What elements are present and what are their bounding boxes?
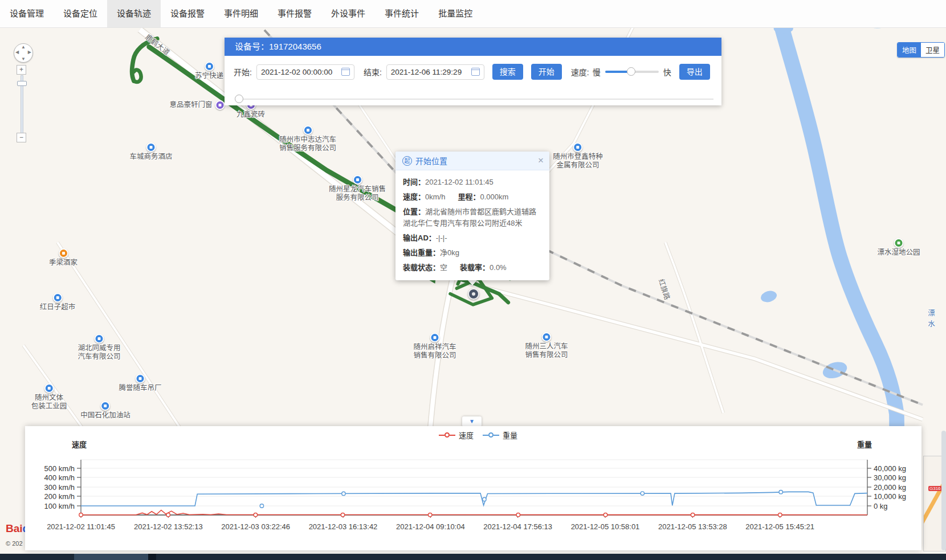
nav-item-批量监控[interactable]: 批量监控 — [429, 0, 482, 27]
scrollbar[interactable] — [941, 431, 946, 550]
poi-dengxin-metal-icon — [573, 142, 582, 152]
svg-text:2021-12-02 13:52:13: 2021-12-02 13:52:13 — [134, 522, 203, 531]
nav-item-外设事件[interactable]: 外设事件 — [321, 0, 375, 27]
svg-text:10,000 kg: 10,000 kg — [874, 492, 906, 501]
fast-label: 快 — [663, 66, 671, 77]
poi-tengyu-crane: 腾誉随车吊厂 — [119, 374, 161, 393]
svg-text:100 km/h: 100 km/h — [44, 502, 75, 510]
load-state-label: 装载状态： — [403, 263, 440, 272]
svg-text:500 km/h: 500 km/h — [44, 464, 75, 473]
poi-xinglong-auto-label: 随州星龙汽车销售 服务有限公司 — [329, 185, 386, 202]
svg-text:2021-12-05 15:45:21: 2021-12-05 15:45:21 — [745, 522, 814, 531]
playback-progress — [235, 95, 713, 104]
poi-hongrizi-market: 红日子超市 — [40, 293, 76, 312]
speed-label: 速度: — [571, 66, 589, 77]
popup-header: 起 开始位置 × — [395, 152, 549, 170]
legend-weight[interactable]: 重量 — [483, 430, 517, 440]
speed-value: 0km/h — [425, 193, 445, 201]
svg-text:300 km/h: 300 km/h — [44, 483, 75, 492]
device-panel: 设备号：19172043656 开始: 2021-12-02 00:00:00 … — [225, 38, 721, 105]
mileage-value: 0.000km — [480, 193, 508, 201]
zoom-in-button[interactable]: + — [17, 65, 26, 75]
poi-wetland-park: 漂水湿地公园 — [877, 238, 920, 257]
poi-wetland-park-icon — [894, 238, 903, 248]
search-button[interactable]: 搜索 — [492, 64, 523, 80]
nav-item-事件统计[interactable]: 事件统计 — [375, 0, 429, 27]
time-label: 时间： — [403, 178, 425, 186]
poi-hongrizi-market-label: 红日子超市 — [40, 303, 76, 312]
svg-text:400 km/h: 400 km/h — [44, 473, 75, 482]
out-weight-value: 净0kg — [440, 248, 459, 257]
svg-text:2021-12-05 13:53:28: 2021-12-05 13:53:28 — [658, 522, 727, 531]
poi-qixiang-auto-icon — [430, 333, 439, 342]
nav-item-设备定位[interactable]: 设备定位 — [54, 0, 107, 27]
slow-label: 慢 — [593, 66, 601, 77]
collapse-chart-button[interactable]: ▼ — [462, 416, 482, 427]
speed-slider[interactable] — [605, 71, 659, 73]
river-label: 漂水 — [925, 309, 936, 330]
left-axis-title: 速度 — [72, 439, 87, 449]
road-label: 鹿鹤大道 — [143, 31, 172, 58]
poi-wenti-park: 随州文体 包装工业园 — [31, 383, 67, 411]
svg-text:30,000 kg: 30,000 kg — [874, 473, 906, 482]
load-rate-value: 0.0% — [490, 263, 507, 272]
progress-track[interactable] — [235, 99, 713, 100]
legend-speed[interactable]: 速度 — [439, 430, 474, 440]
nav-item-设备管理[interactable]: 设备管理 — [0, 0, 54, 27]
poi-wenti-park-label: 随州文体 包装工业园 — [31, 394, 67, 411]
popup-anchor — [467, 280, 478, 285]
poi-dengxin-metal-label: 随州市登鑫特种 金属有限公司 — [553, 153, 603, 170]
svg-text:2021-12-02 11:01:45: 2021-12-02 11:01:45 — [47, 522, 115, 531]
nav-item-事件报警[interactable]: 事件报警 — [268, 0, 321, 27]
close-icon[interactable]: × — [538, 155, 544, 166]
svg-text:2021-12-04 09:10:04: 2021-12-04 09:10:04 — [396, 522, 465, 531]
speed-label: 速度： — [403, 193, 425, 201]
location-label: 位置： — [403, 207, 425, 216]
start-datetime-input[interactable]: 2021-12-02 00:00:00 — [256, 64, 354, 80]
calendar-icon[interactable] — [341, 68, 350, 76]
time-value: 2021-12-02 11:01:45 — [425, 178, 494, 186]
map-type-map[interactable]: 地图 — [898, 43, 921, 57]
progress-handle[interactable] — [235, 95, 243, 103]
map-type-toggle: 地图 卫星 — [897, 42, 945, 58]
end-label: 结束: — [364, 66, 382, 77]
load-state-value: 空 — [440, 263, 447, 272]
nav-item-事件明细[interactable]: 事件明细 — [214, 0, 268, 27]
nav-item-设备报警[interactable]: 设备报警 — [161, 0, 214, 27]
poi-tile-shop-label: 九鑫瓷砖 — [237, 111, 265, 119]
poi-suning-express-icon — [204, 62, 214, 71]
poi-qixiang-auto-label: 随州启祥汽车 销售有限公司 — [413, 343, 456, 360]
play-button[interactable]: 开始 — [531, 64, 562, 80]
road-label: 红旗路 — [657, 277, 674, 301]
start-marker-icon[interactable] — [468, 288, 479, 300]
popup-title: 开始位置 — [415, 155, 447, 166]
start-label: 开始: — [234, 66, 252, 77]
popup-body: 时间：2021-12-02 11:01:45 速度：0km/h里程：0.000k… — [395, 170, 549, 280]
device-number-title: 设备号：19172043656 — [225, 38, 721, 56]
zoom-handle[interactable] — [17, 81, 27, 86]
calendar-icon[interactable] — [471, 68, 480, 76]
poi-hotel-label: 车城商务酒店 — [129, 153, 172, 161]
map-pond — [821, 359, 849, 381]
svg-text:40,000 kg: 40,000 kg — [874, 464, 906, 473]
speed-weight-chart: 500 km/h400 km/h300 km/h200 km/h100 km/h… — [25, 426, 921, 550]
export-button[interactable]: 导出 — [679, 64, 710, 80]
ad-value: -|-|- — [436, 234, 447, 242]
poi-wetland-park-label: 漂水湿地公园 — [877, 248, 920, 257]
poi-qixiang-auto: 随州启祥汽车 销售有限公司 — [413, 333, 456, 360]
svg-text:200 km/h: 200 km/h — [44, 492, 75, 501]
poi-xinglong-auto: 随州星龙汽车销售 服务有限公司 — [329, 175, 386, 202]
map-type-satellite[interactable]: 卫星 — [921, 43, 944, 57]
poi-zhongzhida-auto-icon — [303, 125, 312, 135]
svg-text:2021-12-03 16:13:42: 2021-12-03 16:13:42 — [309, 522, 378, 531]
mileage-label: 里程： — [458, 193, 480, 201]
poi-sanren-auto: 随州三人汽车 销售有限公司 — [525, 332, 568, 359]
zoom-out-button[interactable]: − — [17, 133, 26, 142]
taskbar-strip — [0, 554, 946, 560]
nav-item-设备轨迹[interactable]: 设备轨迹 — [107, 0, 161, 27]
poi-sanren-auto-icon — [541, 332, 551, 342]
speed-slider-handle[interactable] — [627, 67, 635, 76]
poi-sinopec-station-icon — [100, 401, 110, 411]
pan-control[interactable]: ▲▼ ◀▶ — [14, 43, 33, 63]
end-datetime-input[interactable]: 2021-12-06 11:29:29 — [386, 64, 484, 80]
